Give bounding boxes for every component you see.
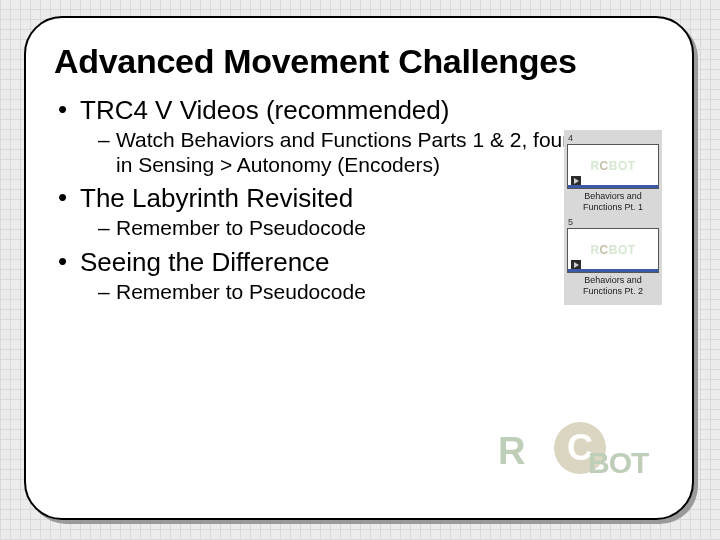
thumbnail-image: RCBOT <box>567 144 659 189</box>
dash-icon: – <box>98 279 116 305</box>
progress-bar-icon <box>568 269 658 272</box>
sub-bullet-text: Remember to Pseudocode <box>116 279 366 304</box>
thumb-logo-c: C <box>600 159 609 173</box>
dash-icon: – <box>98 127 116 153</box>
bullet-dot-icon: • <box>58 183 80 211</box>
play-icon <box>571 176 581 185</box>
thumb-logo-bot: BOT <box>609 243 636 257</box>
thumbnail-caption: Behaviors and Functions Pt. 1 <box>567 191 659 213</box>
logo-r: R <box>498 430 524 473</box>
thumbnail-number: 5 <box>567 217 659 228</box>
video-thumbnail-panel: 4 RCBOT Behaviors and Functions Pt. 1 5 … <box>564 130 662 305</box>
sub-bullet-text: Watch Behaviors and Functions Parts 1 & … <box>116 127 586 177</box>
play-icon <box>571 260 581 269</box>
thumb-logo-r: R <box>590 159 599 173</box>
thumb-logo-c: C <box>600 243 609 257</box>
progress-bar-icon <box>568 185 658 188</box>
thumb-logo-bot: BOT <box>609 159 636 173</box>
robotc-logo: R C BOT <box>498 420 658 500</box>
video-thumbnail[interactable]: 4 RCBOT Behaviors and Functions Pt. 1 <box>567 133 659 213</box>
slide-card: Advanced Movement Challenges • TRC4 V Vi… <box>24 16 694 520</box>
thumb-logo-r: R <box>590 243 599 257</box>
thumbnail-number: 4 <box>567 133 659 144</box>
thumbnail-image: RCBOT <box>567 228 659 273</box>
bullet-text: Seeing the Difference <box>80 247 330 277</box>
bullet-dot-icon: • <box>58 95 80 123</box>
bullet-text: The Labyrinth Revisited <box>80 183 353 213</box>
dash-icon: – <box>98 215 116 241</box>
sub-bullet-text: Remember to Pseudocode <box>116 215 366 240</box>
thumbnail-caption: Behaviors and Functions Pt. 2 <box>567 275 659 297</box>
logo-bot: BOT <box>588 446 648 480</box>
video-thumbnail[interactable]: 5 RCBOT Behaviors and Functions Pt. 2 <box>567 217 659 297</box>
slide-title: Advanced Movement Challenges <box>54 42 664 81</box>
bullet-dot-icon: • <box>58 247 80 275</box>
bullet-text: TRC4 V Videos (recommended) <box>80 95 449 125</box>
